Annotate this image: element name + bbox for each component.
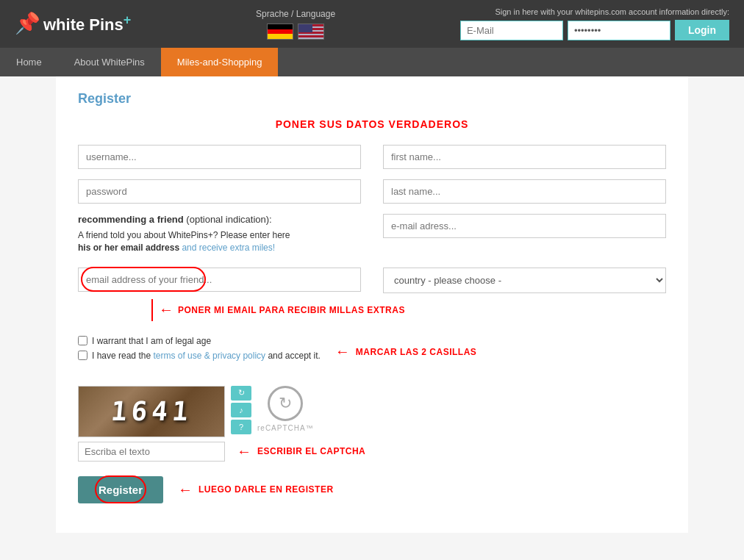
col-lastname (383, 179, 666, 204)
arrow-icon: ← (159, 301, 174, 318)
login-button[interactable]: Login (675, 20, 729, 40)
marcar-text: MARCAR LAS 2 CASILLAS (356, 347, 477, 357)
captcha-number: 1641 (110, 396, 193, 426)
col-firstname (383, 145, 666, 169)
email-annotation: PONER MI EMAIL PARA RECIBIR MILLAS EXTRA… (178, 305, 405, 315)
email-input[interactable] (460, 21, 563, 40)
arrow-vertical (151, 299, 153, 321)
age-label: I warrant that I am of legal age (92, 336, 211, 346)
arrow-text-row: ← PONER MI EMAIL PARA RECIBIR MILLAS EXT… (159, 301, 405, 318)
friend-email-input[interactable] (78, 268, 361, 292)
captcha-arrow-icon: ← (237, 443, 251, 460)
row-password-lastname (78, 179, 666, 204)
marcar-annotation: ← MARCAR LAS 2 CASILLAS (335, 343, 477, 360)
instruction-title: PONER SUS DATOS VERDADEROS (78, 118, 666, 130)
register-button[interactable]: Register (78, 476, 163, 503)
captcha-image-inner: 1641 (79, 387, 224, 437)
logo-text: white Pins+ (43, 12, 131, 35)
captcha-help-btn[interactable]: ? (231, 420, 251, 434)
captcha-refresh-btn[interactable]: ↻ (231, 386, 251, 401)
row-friend-email-input-country: country - please choose - Germany Austri… (78, 268, 666, 293)
col-country: country - please choose - Germany Austri… (383, 268, 666, 293)
row-friend-email: recommending a friend (optional indicati… (78, 214, 666, 257)
password-input[interactable] (78, 179, 361, 204)
firstname-input[interactable] (383, 145, 666, 169)
username-input[interactable] (78, 145, 361, 169)
language-selector: Sprache / Language (256, 9, 335, 40)
lastname-input[interactable] (383, 179, 666, 204)
col-friend-input (78, 268, 361, 293)
checkbox-section: I warrant that I am of legal age I have … (78, 336, 321, 365)
col-password (78, 179, 361, 204)
checkbox-area: I warrant that I am of legal age I have … (78, 329, 666, 376)
captcha-audio-btn[interactable]: ♪ (231, 403, 251, 417)
logo: 📌 white Pins+ (15, 12, 131, 35)
col-email (383, 214, 666, 257)
checkbox-row-age: I warrant that I am of legal age (78, 336, 321, 346)
age-checkbox[interactable] (78, 336, 87, 345)
register-section: Register ← LUEGO DARLE EN REGISTER (78, 476, 666, 503)
captcha-arrow-row: ← ESCRIBIR EL CAPTCHA (237, 443, 365, 460)
captcha-section: 1641 ↻ ♪ ? ↻ reCAPTCHA™ ← ESCRIBIR EL CA… (78, 386, 666, 462)
register-annotation: LUEGO DARLE EN REGISTER (198, 484, 334, 495)
nav-about[interactable]: About WhitePins (58, 48, 161, 76)
friend-label: recommending a friend (optional indicati… (78, 214, 361, 225)
flag-container (267, 24, 324, 40)
language-label: Sprache / Language (256, 9, 335, 19)
row-username-firstname (78, 145, 666, 169)
friend-arrow-annotation: ← PONER MI EMAIL PARA RECIBIR MILLAS EXT… (78, 299, 666, 321)
german-flag[interactable] (267, 24, 293, 40)
navigation: Home About WhitePins Miles-and-Shopping (0, 48, 744, 76)
captcha-logo: ↻ reCAPTCHA™ (257, 386, 314, 432)
friend-input-wrapper (78, 268, 361, 292)
login-area: Sign in here with your whitepins.com acc… (460, 7, 729, 40)
captcha-controls: ↻ ♪ ? (231, 386, 251, 434)
header: 📌 white Pins+ Sprache / Language Sign in… (0, 0, 744, 48)
terms-checkbox[interactable] (78, 351, 87, 360)
captcha-row: 1641 ↻ ♪ ? ↻ reCAPTCHA™ (78, 386, 666, 437)
english-flag[interactable] (298, 24, 324, 40)
password-input[interactable] (568, 21, 670, 40)
register-arrow-row: ← LUEGO DARLE EN REGISTER (178, 481, 334, 498)
recaptcha-icon: ↻ (268, 386, 303, 421)
terms-link[interactable]: terms of use & privacy policy (153, 351, 265, 361)
marcar-arrow-icon: ← (335, 343, 350, 360)
checkbox-row-terms: I have read the terms of use & privacy p… (78, 351, 321, 361)
col-username (78, 145, 361, 169)
nav-home[interactable]: Home (0, 48, 58, 76)
country-select[interactable]: country - please choose - Germany Austri… (383, 268, 666, 293)
captcha-annotation: ESCRIBIR EL CAPTCHA (257, 446, 365, 456)
email-address-input[interactable] (383, 214, 666, 238)
captcha-text-input[interactable] (78, 442, 225, 462)
friend-desc: A friend told you about WhitePins+? Plea… (78, 229, 361, 254)
register-arrow-icon: ← (178, 481, 193, 498)
page-title: Register (78, 91, 666, 107)
captcha-input-row: ← ESCRIBIR EL CAPTCHA (78, 442, 666, 462)
captcha-image: 1641 (78, 386, 225, 437)
main-content: Register PONER SUS DATOS VERDADEROS reco… (56, 76, 688, 533)
register-btn-wrapper: Register (78, 476, 163, 503)
logo-pin-icon: 📌 (15, 13, 40, 34)
login-row: Login (460, 20, 729, 40)
terms-label: I have read the terms of use & privacy p… (92, 351, 321, 361)
nav-miles-shopping[interactable]: Miles-and-Shopping (161, 48, 279, 76)
col-friend: recommending a friend (optional indicati… (78, 214, 361, 257)
recaptcha-label: reCAPTCHA™ (257, 424, 314, 432)
login-hint: Sign in here with your whitepins.com acc… (495, 7, 729, 16)
